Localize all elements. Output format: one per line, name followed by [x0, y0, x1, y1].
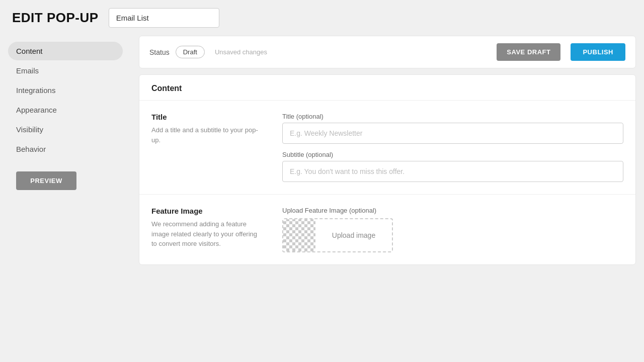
feature-image-section: Feature Image We recommend adding a feat…	[139, 195, 635, 264]
feature-image-desc: We recommend adding a feature image rela…	[151, 219, 262, 249]
sidebar-item-visibility[interactable]: Visibility	[8, 120, 123, 139]
sidebar-item-appearance[interactable]: Appearance	[8, 101, 123, 119]
page-title: EDIT POP-UP	[12, 10, 99, 26]
upload-area[interactable]: Upload image	[282, 218, 393, 252]
content-card-header: Content	[139, 75, 635, 101]
content-card: Content Title Add a title and a subtitle…	[139, 74, 636, 265]
title-section: Title Add a title and a subtitle to your…	[139, 101, 635, 195]
unsaved-changes: Unsaved changes	[215, 48, 267, 56]
upload-preview-checkerboard	[283, 218, 315, 252]
publish-button[interactable]: PUBLISH	[571, 43, 625, 61]
status-bar: Status Draft Unsaved changes SAVE DRAFT …	[139, 36, 636, 68]
title-input[interactable]	[282, 123, 623, 144]
title-field-label: Title (optional)	[282, 113, 623, 120]
title-field-group: Title (optional)	[282, 113, 623, 144]
sidebar-item-content[interactable]: Content	[8, 42, 123, 60]
feature-image-section-right: Upload Feature Image (optional) Upload i…	[282, 207, 623, 252]
feature-image-title: Feature Image	[151, 207, 262, 215]
sidebar: Content Emails Integrations Appearance V…	[0, 36, 131, 362]
preview-button[interactable]: PREVIEW	[16, 171, 76, 190]
sidebar-item-integrations[interactable]: Integrations	[8, 81, 123, 100]
title-section-right: Title (optional) Subtitle (optional)	[282, 113, 623, 182]
sidebar-item-emails[interactable]: Emails	[8, 61, 123, 80]
status-badge: Draft	[176, 46, 205, 58]
subtitle-field-label: Subtitle (optional)	[282, 151, 623, 158]
popup-name-input[interactable]	[109, 8, 219, 28]
status-label: Status	[149, 48, 170, 56]
upload-label: Upload Feature Image (optional)	[282, 207, 623, 214]
upload-image-button[interactable]: Upload image	[315, 231, 392, 239]
title-section-desc: Add a title and a subtitle to your pop-u…	[151, 125, 262, 145]
subtitle-input[interactable]	[282, 161, 623, 182]
top-bar: EDIT POP-UP	[0, 0, 644, 36]
title-section-title: Title	[151, 113, 262, 121]
upload-field-group: Upload Feature Image (optional) Upload i…	[282, 207, 623, 252]
save-draft-button[interactable]: SAVE DRAFT	[497, 43, 560, 61]
feature-image-section-left: Feature Image We recommend adding a feat…	[151, 207, 262, 252]
title-section-left: Title Add a title and a subtitle to your…	[151, 113, 262, 182]
main-content: Status Draft Unsaved changes SAVE DRAFT …	[131, 36, 644, 362]
sidebar-item-behavior[interactable]: Behavior	[8, 140, 123, 158]
layout: Content Emails Integrations Appearance V…	[0, 36, 644, 362]
subtitle-field-group: Subtitle (optional)	[282, 151, 623, 182]
